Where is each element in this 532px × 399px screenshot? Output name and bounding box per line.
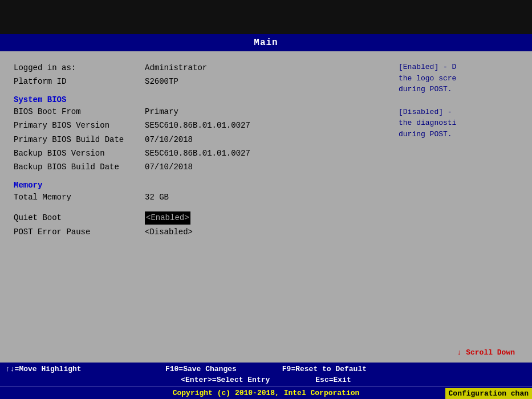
logged-in-value: Administrator — [145, 62, 207, 74]
title-bar: Main — [0, 34, 532, 51]
bios-screen: Main Logged in as: Administrator Platfor… — [0, 0, 532, 399]
scroll-indicator: ↓ Scroll Down — [457, 348, 515, 357]
primary-bios-date-label: Primary BIOS Build Date — [14, 133, 145, 146]
total-memory-label: Total Memory — [14, 191, 145, 203]
primary-bios-date-value: 07/10/2018 — [145, 133, 193, 146]
help-line1: [Enabled] - D — [399, 62, 518, 73]
total-memory-value: 32 GB — [145, 191, 169, 203]
total-memory-row: Total Memory 32 GB — [14, 191, 393, 203]
help-panel: [Enabled] - D the logo scre during POST.… — [393, 62, 518, 357]
post-error-value[interactable]: <Disabled> — [145, 226, 193, 238]
nav-bar: ↑↓=Move Highlight F10=Save Changes F9=Re… — [0, 363, 532, 399]
bios-boot-label: BIOS Boot From — [14, 105, 145, 118]
platform-id-label: Platform ID — [14, 75, 145, 88]
f10-label[interactable]: F10=Save Changes — [165, 365, 237, 373]
quiet-boot-row[interactable]: Quiet Boot <Enabled> — [14, 211, 393, 224]
bios-container: Main Logged in as: Administrator Platfor… — [0, 34, 532, 399]
copyright-text: Copyright (c) 2010-2018, Intel Corporati… — [173, 389, 360, 397]
backup-bios-version-value: SE5C610.86B.01.01.0027 — [145, 147, 250, 160]
help-line2: the logo scre — [399, 73, 518, 84]
backup-bios-date-label: Backup BIOS Build Date — [14, 161, 145, 173]
backup-bios-version-label: Backup BIOS Version — [14, 147, 145, 160]
logged-in-label: Logged in as: — [14, 62, 145, 74]
bios-boot-row: BIOS Boot From Primary — [14, 105, 393, 118]
config-change-badge: Configuration chan — [445, 388, 532, 399]
enter-label[interactable]: <Enter>=Select Entry — [181, 376, 270, 384]
bios-boot-value: Primary — [145, 105, 178, 118]
platform-id-row: Platform ID S2600TP — [14, 75, 393, 88]
memory-title: Memory — [14, 181, 393, 190]
quiet-boot-label: Quiet Boot — [14, 211, 145, 224]
content-area: Logged in as: Administrator Platform ID … — [0, 51, 532, 363]
top-border — [0, 0, 532, 34]
help-line5: [Disabled] - — [399, 107, 518, 118]
left-panel: Logged in as: Administrator Platform ID … — [14, 62, 393, 357]
primary-bios-date-row: Primary BIOS Build Date 07/10/2018 — [14, 133, 393, 146]
post-error-row[interactable]: POST Error Pause <Disabled> — [14, 226, 393, 238]
f9-label[interactable]: F9=Reset to Default — [282, 365, 367, 373]
esc-label[interactable]: Esc=Exit — [315, 376, 351, 384]
title-text: Main — [254, 38, 278, 48]
backup-bios-version-row: Backup BIOS Version SE5C610.86B.01.01.00… — [14, 147, 393, 160]
help-line6: the diagnosti — [399, 117, 518, 129]
help-line3: during POST. — [399, 84, 518, 95]
primary-bios-version-row: Primary BIOS Version SE5C610.86B.01.01.0… — [14, 119, 393, 132]
backup-bios-date-value: 07/10/2018 — [145, 161, 193, 173]
quiet-boot-value[interactable]: <Enabled> — [145, 211, 190, 224]
primary-bios-version-label: Primary BIOS Version — [14, 119, 145, 132]
move-highlight-label: ↑↓=Move Highlight — [6, 365, 82, 373]
platform-id-value: S2600TP — [145, 75, 178, 88]
logged-in-row: Logged in as: Administrator — [14, 62, 393, 74]
system-bios-title: System BIOS — [14, 95, 393, 104]
primary-bios-version-value: SE5C610.86B.01.01.0027 — [145, 119, 250, 132]
backup-bios-date-row: Backup BIOS Build Date 07/10/2018 — [14, 161, 393, 173]
post-error-label: POST Error Pause — [14, 226, 145, 238]
help-line7: during POST. — [399, 129, 518, 140]
